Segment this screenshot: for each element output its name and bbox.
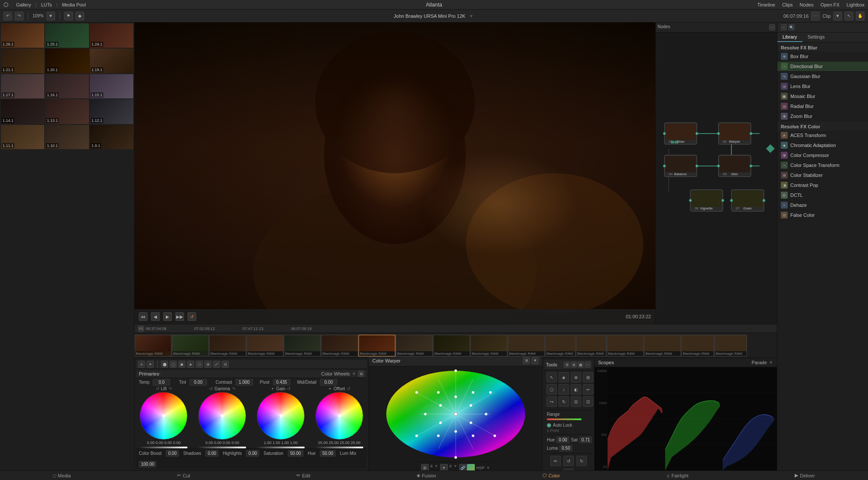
tool-hand[interactable]: ✋	[856, 12, 865, 20]
node-options[interactable]: ⋯	[769, 24, 775, 30]
tools-bottom-2[interactable]: ↺	[563, 456, 574, 466]
tools-btn-3[interactable]: ⊕	[571, 372, 581, 382]
fx-item-contrast-pop[interactable]: ◑ Contrast Pop	[777, 180, 868, 190]
tint-value[interactable]: 0.00	[190, 379, 207, 385]
gain-bar[interactable]	[257, 447, 305, 448]
clip-label-dropdown[interactable]: ▼	[833, 12, 842, 20]
color-wheels-tool-2[interactable]: ✦	[147, 361, 154, 368]
menu-nodes[interactable]: Nodes	[800, 2, 814, 7]
timeline-clip-10[interactable]: Blackmagic RAW	[470, 335, 507, 356]
nav-item-color[interactable]: ⬡ Color	[537, 472, 565, 479]
fx-item-aces[interactable]: A ACES Transform	[777, 131, 868, 140]
timeline-clip-7[interactable]: Blackmagic RAW	[358, 335, 395, 356]
menu-clips[interactable]: Clips	[782, 2, 792, 7]
gallery-thumb-12[interactable]: 1.11.1	[1, 125, 44, 149]
gallery-thumb-1[interactable]: 1.25.1	[45, 23, 89, 48]
fx-item-color-compressor[interactable]: ⊞ Color Compressor	[777, 150, 868, 160]
scopes-mode[interactable]: Parade	[752, 360, 767, 365]
gallery-thumb-14[interactable]: 1.9.1	[90, 125, 133, 149]
gamma-bar[interactable]	[198, 447, 246, 448]
nav-item-cut[interactable]: ✂ Cut	[172, 472, 195, 479]
timeline-clip-13[interactable]: Blackmagic RAW	[576, 335, 606, 356]
saturation-value[interactable]: 50.00	[288, 450, 303, 457]
timeline-clip-1[interactable]: Blackmagic RAW	[135, 335, 171, 356]
playback-play[interactable]: ▶	[163, 312, 172, 321]
playback-next[interactable]: ▶▶	[175, 312, 184, 321]
gamma-arrow-icon[interactable]: ↷	[232, 386, 235, 391]
gallery-thumb-4[interactable]: 1.20.1	[45, 49, 89, 73]
shadows-value[interactable]: 0.00	[205, 450, 218, 457]
tools-btn-5[interactable]: ⬡	[546, 384, 557, 395]
lum-mix-value[interactable]: 100.00	[139, 461, 156, 467]
middetail-value[interactable]: 0.00	[320, 379, 337, 385]
menu-lightbox[interactable]: Lightbox	[846, 2, 865, 7]
gallery-thumb-0[interactable]: 1.26.1	[1, 23, 44, 48]
timeline-clip-16[interactable]: Blackmagic RAW	[681, 335, 714, 356]
color-boost-value[interactable]: 0.00	[166, 450, 179, 457]
timeline-clip-15[interactable]: Blackmagic RAW	[644, 335, 681, 356]
tools-btn-10[interactable]: ↻	[559, 396, 569, 407]
fx-item-gaussian-blur[interactable]: ∿ Gaussian Blur	[777, 72, 868, 82]
fx-tab-library[interactable]: Library	[777, 33, 802, 42]
tools-cursor-btn[interactable]: ↖	[546, 372, 557, 382]
color-warper-btn-1[interactable]: ⊞	[523, 357, 530, 364]
timeline-clip-2[interactable]: Blackmagic RAW	[172, 335, 209, 356]
gamma-reset-icon[interactable]: ↺	[209, 386, 213, 391]
timeline-clip-11[interactable]: Blackmagic RAW	[508, 335, 545, 356]
fx-back-btn[interactable]: ←	[781, 24, 787, 30]
timeline-clip-6[interactable]: Blackmagic RAW	[321, 335, 358, 356]
color-wheels-options[interactable]: ⊞	[358, 371, 364, 377]
nav-item-edit[interactable]: ✏ Edit	[291, 472, 316, 479]
fx-item-lens-blur[interactable]: ◎ Lens Blur	[777, 82, 868, 91]
tools-bottom-4[interactable]: ⊠	[563, 469, 574, 470]
menu-item-luts[interactable]: LUTs	[37, 2, 56, 7]
warper-color-btn[interactable]	[467, 464, 475, 471]
fx-item-radial-blur[interactable]: ◎ Radial Blur	[777, 101, 868, 111]
tools-btn-12[interactable]: ⊡	[583, 396, 593, 407]
fx-item-color-stabilizer[interactable]: ⊟ Color Stabilizer	[777, 170, 868, 180]
tool-btn-2[interactable]: ↷	[15, 12, 23, 20]
timeline-clip-5[interactable]: Blackmagic RAW	[284, 335, 321, 356]
tools-grid-icon[interactable]: ▦	[578, 362, 584, 368]
gallery-thumb-7[interactable]: 1.16.1	[45, 74, 89, 98]
gallery-thumb-11[interactable]: 1.12.1	[90, 99, 133, 124]
luma-value-tools[interactable]: 0.50	[559, 445, 572, 451]
playback-prev[interactable]: ◀	[151, 312, 160, 321]
playback-start[interactable]: ⏮	[139, 312, 148, 321]
color-wheels-tool-8[interactable]: ⊞	[204, 361, 211, 368]
nav-item-fusion[interactable]: ◈ Fusion	[411, 472, 441, 479]
fx-item-directional-blur[interactable]: → Directional Blur	[777, 62, 868, 72]
timeline-clip-14[interactable]: Blackmagic RAW	[607, 335, 644, 356]
lift-arrow-icon[interactable]: ↷	[168, 386, 172, 391]
warper-tool-1[interactable]: ⊞	[421, 464, 429, 471]
color-wheels-tool-9[interactable]: 🖊	[213, 361, 220, 368]
tools-bottom-3[interactable]: ↻	[576, 456, 587, 466]
tools-btn-4[interactable]: ⊞	[583, 372, 593, 382]
offset-wheel[interactable]	[316, 392, 363, 440]
timeline-ruler-btn[interactable]: V1	[138, 326, 144, 332]
offset-plus-icon[interactable]: ✦	[328, 386, 332, 391]
fx-item-box-blur[interactable]: ≋ Box Blur	[777, 52, 868, 62]
tools-btn-6[interactable]: ↕	[559, 384, 569, 395]
sat-value-tools[interactable]: 0.71	[579, 437, 592, 443]
tool-markers[interactable]: ◆	[76, 12, 84, 20]
temp-value[interactable]: 0.0	[153, 379, 170, 385]
color-wheels-tool-3[interactable]: ⬤	[161, 361, 168, 368]
gallery-thumb-6[interactable]: 1.17.1	[1, 74, 44, 98]
lift-bar[interactable]	[140, 447, 187, 448]
fx-item-dehaze[interactable]: ≈ Dehaze	[777, 200, 868, 210]
gain-reset-icon[interactable]: ↺	[287, 386, 290, 391]
color-wheels-tool-7[interactable]: ⬡	[196, 361, 203, 368]
fx-item-false-color[interactable]: ⊡ False Color	[777, 210, 868, 220]
fx-item-mosaic-blur[interactable]: ▦ Mosaic Blur	[777, 91, 868, 101]
color-wheels-tool-10[interactable]: ⊟	[222, 361, 229, 368]
offset-bar[interactable]	[316, 447, 363, 448]
timeline-clip-8[interactable]: Blackmagic RAW	[396, 335, 433, 356]
range-slider[interactable]	[547, 418, 582, 420]
timeline-clip-12[interactable]: Blackmagic RAW	[545, 335, 575, 356]
color-wheels-tool-1[interactable]: ⊙	[138, 361, 145, 368]
lift-reset-icon[interactable]: ↺	[156, 386, 159, 391]
tools-options-icon[interactable]: ⊞	[571, 362, 577, 368]
playback-loop[interactable]: ↺	[187, 312, 196, 321]
nav-item-media[interactable]: □ Media	[48, 472, 76, 479]
